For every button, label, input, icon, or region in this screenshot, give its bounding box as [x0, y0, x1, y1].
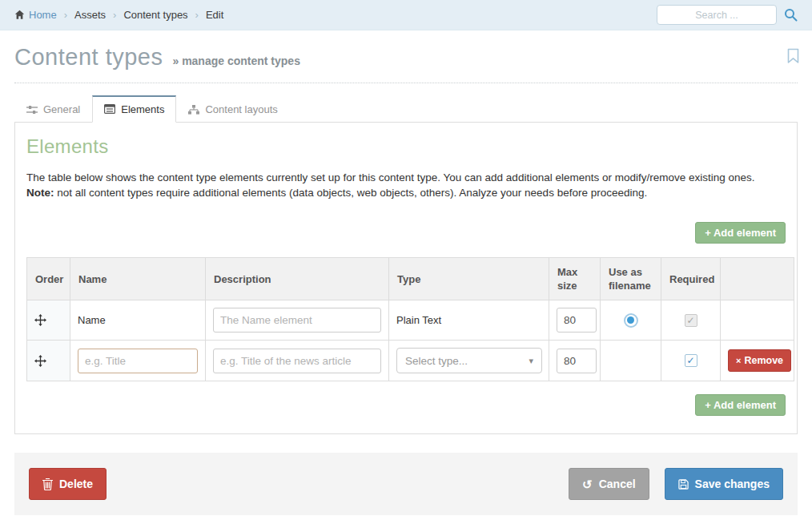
- row1-max-size-input[interactable]: [557, 308, 597, 333]
- breadcrumb-home-link[interactable]: Home: [14, 9, 57, 21]
- row2-max-size-input[interactable]: [557, 349, 597, 373]
- title-divider: [14, 83, 798, 83]
- breadcrumb-separator: ›: [113, 9, 116, 21]
- add-element-button-top[interactable]: + Add element: [695, 222, 786, 244]
- row2-order-cell: [27, 341, 70, 381]
- type-select-placeholder: Select type...: [405, 355, 468, 367]
- required-checkbox-checked[interactable]: ✓: [685, 354, 697, 367]
- note-text: not all content types require additional…: [57, 187, 647, 199]
- row2-description-cell: [206, 341, 389, 381]
- breadcrumb-separator: ›: [195, 9, 199, 21]
- breadcrumb-item-assets[interactable]: Assets: [74, 9, 106, 21]
- header-description: Description: [206, 258, 389, 300]
- sitemap-icon: [188, 105, 199, 115]
- tab-elements[interactable]: Elements: [92, 95, 176, 123]
- action-footer: Delete ↺ Cancel Save changes: [14, 453, 798, 515]
- delete-label: Delete: [59, 478, 93, 490]
- delete-button[interactable]: Delete: [29, 468, 107, 500]
- sliders-icon: [26, 105, 38, 115]
- row1-max-size-cell: [549, 300, 601, 341]
- search-area: [657, 5, 798, 25]
- table-row: Select type... ▾ ✓ ×Remove: [27, 341, 794, 381]
- breadcrumb: Home › Assets › Content types › Edit: [14, 9, 223, 21]
- use-as-filename-radio-selected[interactable]: [624, 313, 638, 328]
- radio-dot: [627, 316, 634, 324]
- save-label: Save changes: [695, 478, 770, 490]
- panel-heading: Elements: [26, 135, 786, 158]
- tab-general[interactable]: General: [14, 95, 92, 123]
- tab-content-layouts[interactable]: Content layouts: [176, 95, 289, 123]
- row1-description-cell: [206, 300, 389, 341]
- page-header: Content types » manage content types: [0, 30, 812, 71]
- page-subtitle: » manage content types: [172, 54, 300, 67]
- panel-description: The table below shows the content type e…: [26, 170, 786, 200]
- row1-use-as-filename-cell: [601, 300, 661, 341]
- intro-text: The table below shows the content type e…: [26, 171, 755, 183]
- tab-elements-label: Elements: [121, 103, 164, 115]
- elements-panel: Elements The table below shows the conte…: [14, 122, 798, 434]
- breadcrumb-item-content-types[interactable]: Content types: [123, 9, 187, 21]
- plus-icon: +: [705, 227, 711, 239]
- row2-name-cell: [70, 341, 206, 381]
- elements-table: Order Name Description Type Max size Use…: [26, 257, 794, 381]
- chevron-down-icon: ▾: [529, 356, 533, 366]
- breadcrumb-item-edit: Edit: [206, 9, 223, 21]
- save-changes-button[interactable]: Save changes: [665, 468, 783, 500]
- header-actions: [721, 258, 794, 300]
- row1-order-cell: [27, 300, 70, 341]
- row2-actions-cell: ×Remove: [721, 341, 794, 381]
- tab-general-label: General: [43, 103, 80, 115]
- row2-use-as-filename-cell: [601, 341, 661, 381]
- footer-right-buttons: ↺ Cancel Save changes: [569, 468, 783, 500]
- row1-name-cell: Name: [70, 300, 206, 341]
- page-title: Content types: [14, 44, 163, 71]
- plus-icon: +: [705, 399, 711, 411]
- row2-type-cell: Select type... ▾: [389, 341, 549, 381]
- add-element-row-bottom: + Add element: [26, 394, 786, 416]
- add-element-row-top: + Add element: [26, 222, 786, 244]
- add-element-label: Add element: [714, 399, 776, 411]
- header-name: Name: [70, 258, 206, 300]
- row1-required-cell: ✓: [661, 300, 721, 341]
- tab-content-layouts-label: Content layouts: [205, 103, 277, 115]
- row1-type-cell: Plain Text: [389, 300, 549, 341]
- row2-max-size-cell: [549, 341, 601, 381]
- remove-element-button[interactable]: ×Remove: [728, 349, 791, 372]
- header-order: Order: [27, 258, 70, 300]
- row2-description-input[interactable]: [213, 349, 381, 373]
- undo-icon: ↺: [582, 478, 593, 490]
- breadcrumb-separator: ›: [64, 9, 67, 21]
- add-element-button-bottom[interactable]: + Add element: [695, 394, 786, 416]
- header-use-as-filename: Use as filename: [601, 258, 661, 300]
- bookmark-icon[interactable]: [787, 48, 799, 64]
- note-label: Note:: [26, 187, 54, 199]
- header-type: Type: [389, 258, 549, 300]
- row1-description-input[interactable]: [213, 308, 381, 333]
- topbar: Home › Assets › Content types › Edit: [0, 0, 812, 30]
- add-element-label: Add element: [714, 227, 776, 239]
- table-row: Name Plain Text ✓: [27, 300, 794, 341]
- home-icon: [14, 10, 25, 20]
- cancel-button[interactable]: ↺ Cancel: [569, 468, 649, 500]
- table-header-row: Order Name Description Type Max size Use…: [27, 258, 794, 300]
- header-required: Required: [661, 258, 721, 300]
- x-icon: ×: [736, 356, 741, 365]
- list-icon: [104, 104, 115, 114]
- row1-actions-cell: [721, 300, 794, 341]
- search-icon[interactable]: [784, 8, 798, 22]
- search-input[interactable]: [657, 5, 777, 25]
- tab-bar: General Elements Content layouts: [14, 95, 798, 123]
- required-checkbox-disabled: ✓: [685, 314, 697, 327]
- header-max-size: Max size: [549, 258, 601, 300]
- breadcrumb-home-label: Home: [29, 9, 57, 21]
- cancel-label: Cancel: [599, 478, 636, 490]
- row2-name-input[interactable]: [78, 349, 198, 373]
- row2-required-cell: ✓: [661, 341, 721, 381]
- remove-label: Remove: [744, 355, 783, 366]
- move-icon[interactable]: [34, 314, 62, 326]
- move-icon[interactable]: [34, 355, 62, 367]
- save-icon: [678, 479, 689, 490]
- row2-type-select[interactable]: Select type... ▾: [396, 348, 542, 373]
- trash-icon: [42, 478, 53, 490]
